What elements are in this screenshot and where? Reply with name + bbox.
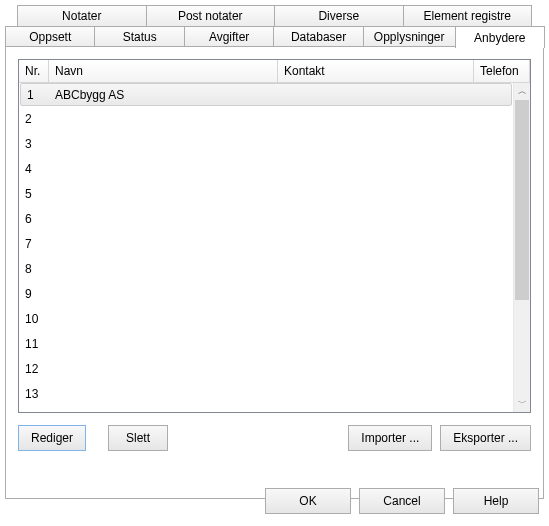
tab-row-upper: Notater Post notater Diverse Element reg… [5, 5, 544, 26]
table-row[interactable]: 9 [19, 281, 513, 306]
tab-anbydere[interactable]: Anbydere [455, 26, 545, 48]
tab-row-lower: Oppsett Status Avgifter Databaser Opplys… [5, 26, 544, 47]
tab-oppsett[interactable]: Oppsett [5, 26, 95, 47]
table-row[interactable]: 6 [19, 206, 513, 231]
cell-nr: 2 [19, 112, 49, 126]
table-row[interactable]: 11 [19, 331, 513, 356]
rediger-button[interactable]: Rediger [18, 425, 86, 451]
help-button[interactable]: Help [453, 488, 539, 514]
table-row[interactable]: 10 [19, 306, 513, 331]
cell-nr: 1 [21, 88, 49, 102]
table-body: 1ABCbygg AS2345678910111213 [19, 83, 513, 412]
table-row[interactable]: 12 [19, 356, 513, 381]
table-row[interactable]: 2 [19, 106, 513, 131]
panel-buttons: Rediger Slett Importer ... Eksporter ... [18, 425, 531, 451]
anbydere-table: Nr. Navn Kontakt Telefon 1ABCbygg AS2345… [18, 59, 531, 413]
cell-nr: 3 [19, 137, 49, 151]
tab-panel: Nr. Navn Kontakt Telefon 1ABCbygg AS2345… [5, 46, 544, 499]
cell-nr: 11 [19, 337, 49, 351]
table-row[interactable]: 13 [19, 381, 513, 406]
table-row[interactable]: 8 [19, 256, 513, 281]
col-nr[interactable]: Nr. [19, 60, 49, 83]
cell-nr: 5 [19, 187, 49, 201]
col-kontakt[interactable]: Kontakt [278, 60, 474, 83]
cancel-button[interactable]: Cancel [359, 488, 445, 514]
cell-nr: 12 [19, 362, 49, 376]
tab-databaser[interactable]: Databaser [273, 26, 363, 47]
vertical-scrollbar[interactable]: ︿ ﹀ [513, 83, 530, 412]
slett-button[interactable]: Slett [108, 425, 168, 451]
eksporter-button[interactable]: Eksporter ... [440, 425, 531, 451]
tab-avgifter[interactable]: Avgifter [184, 26, 274, 47]
cell-nr: 9 [19, 287, 49, 301]
cell-nr: 4 [19, 162, 49, 176]
table-row[interactable]: 7 [19, 231, 513, 256]
table-row[interactable]: 3 [19, 131, 513, 156]
col-navn[interactable]: Navn [49, 60, 278, 83]
scroll-down-icon[interactable]: ﹀ [514, 395, 530, 412]
ok-button[interactable]: OK [265, 488, 351, 514]
scroll-up-icon[interactable]: ︿ [514, 83, 530, 100]
tab-notater[interactable]: Notater [17, 5, 147, 26]
table-row[interactable]: 5 [19, 181, 513, 206]
tab-opplysninger[interactable]: Opplysninger [363, 26, 456, 47]
cell-nr: 10 [19, 312, 49, 326]
tab-post-notater[interactable]: Post notater [146, 5, 276, 26]
col-telefon[interactable]: Telefon [474, 60, 530, 83]
tab-diverse[interactable]: Diverse [274, 5, 404, 26]
tab-status[interactable]: Status [94, 26, 184, 47]
table-row[interactable]: 4 [19, 156, 513, 181]
tab-element-registre[interactable]: Element registre [403, 5, 533, 26]
cell-nr: 7 [19, 237, 49, 251]
scroll-thumb[interactable] [515, 100, 529, 300]
importer-button[interactable]: Importer ... [348, 425, 432, 451]
cell-nr: 8 [19, 262, 49, 276]
dialog-footer: OK Cancel Help [265, 488, 539, 514]
table-header: Nr. Navn Kontakt Telefon [19, 60, 530, 83]
cell-nr: 6 [19, 212, 49, 226]
cell-nr: 13 [19, 387, 49, 401]
table-row[interactable]: 1ABCbygg AS [20, 83, 512, 106]
cell-navn: ABCbygg AS [49, 88, 259, 102]
